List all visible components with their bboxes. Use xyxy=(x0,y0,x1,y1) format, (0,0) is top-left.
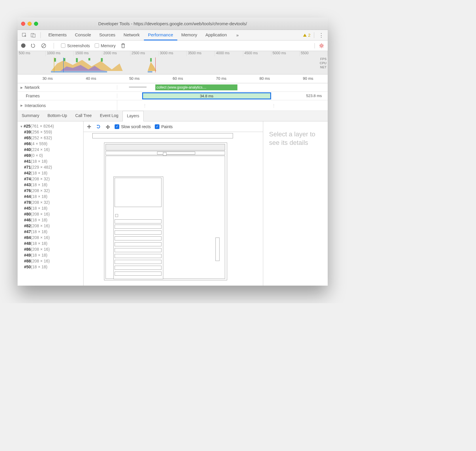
tab-performance[interactable]: Performance xyxy=(144,30,177,40)
layer-item[interactable]: #86(208 × 16) xyxy=(19,246,82,252)
separator xyxy=(54,43,54,49)
layer-item[interactable]: #74(208 × 32) xyxy=(19,176,82,182)
clear-button[interactable] xyxy=(41,43,47,49)
pan-icon[interactable] xyxy=(86,124,92,129)
layer-item[interactable]: #42(18 × 18) xyxy=(19,170,82,176)
layer-item[interactable]: #25(761 × 8264) xyxy=(19,123,82,129)
more-tabs-button[interactable]: » xyxy=(232,30,243,40)
window-title: Developer Tools - https://developers.goo… xyxy=(18,21,328,26)
layer-item[interactable]: #65(252 × 632) xyxy=(19,135,82,141)
reload-button[interactable] xyxy=(30,43,36,49)
performance-controls: Screenshots Memory xyxy=(18,40,328,51)
overview-chart xyxy=(32,57,313,72)
slow-scroll-checkbox[interactable]: ✓Slow scroll rects xyxy=(115,124,151,129)
overview-tick: 2000 ms xyxy=(102,51,130,56)
layer-item[interactable]: #43(18 × 18) xyxy=(19,182,82,188)
rotate-icon[interactable] xyxy=(96,124,101,129)
svg-line-12 xyxy=(320,47,321,47)
tab-memory[interactable]: Memory xyxy=(177,30,201,40)
record-button[interactable] xyxy=(21,43,25,48)
svg-rect-16 xyxy=(54,58,56,62)
layer-item[interactable]: #46(18 × 18) xyxy=(19,217,82,223)
layer-details-placeholder: Select a layer to see its details xyxy=(263,121,328,286)
layer-item[interactable]: #41(18 × 18) xyxy=(19,158,82,164)
screenshots-checkbox[interactable]: Screenshots xyxy=(61,43,90,48)
overview-tick: 500 ms xyxy=(18,51,46,56)
subtab-layers[interactable]: Layers xyxy=(123,111,144,121)
tab-sources[interactable]: Sources xyxy=(95,30,120,40)
svg-rect-19 xyxy=(89,58,90,60)
tab-network[interactable]: Network xyxy=(120,30,144,40)
layer-item[interactable]: #48(18 × 18) xyxy=(19,240,82,246)
layer-item[interactable]: #88(208 × 16) xyxy=(19,258,82,264)
layer-item[interactable]: #50(18 × 18) xyxy=(19,264,82,270)
timeline-tick: 40 ms xyxy=(86,76,96,81)
interactions-track[interactable]: ▶Interactions ⋮ ⋮ xyxy=(18,100,328,111)
warnings-badge[interactable]: 2 xyxy=(303,33,310,38)
subtab-bottom-up[interactable]: Bottom-Up xyxy=(43,111,71,121)
network-track[interactable]: ▶Network collect (www.google-analytics..… xyxy=(18,83,328,92)
inspect-icon[interactable] xyxy=(21,31,28,39)
svg-rect-14 xyxy=(51,71,107,72)
device-toggle-icon[interactable] xyxy=(29,31,37,39)
separator xyxy=(314,32,314,38)
svg-rect-2 xyxy=(33,34,35,37)
layer-item[interactable]: #66(4 × 559) xyxy=(19,141,82,147)
subtab-summary[interactable]: Summary xyxy=(18,111,43,121)
layers-3d-view[interactable] xyxy=(84,132,263,286)
layer-item[interactable]: #49(18 × 18) xyxy=(19,252,82,258)
subtab-event-log[interactable]: Event Log xyxy=(96,111,123,121)
layers-toolbar: ✓Slow scroll rects ✓Paints xyxy=(84,121,263,132)
separator xyxy=(40,32,41,38)
svg-rect-17 xyxy=(63,58,65,61)
layer-item[interactable]: #84(208 × 16) xyxy=(19,235,82,240)
layer-item[interactable]: #71(229 × 482) xyxy=(19,164,82,170)
layer-item[interactable]: #40(224 × 16) xyxy=(19,147,82,152)
svg-rect-18 xyxy=(76,58,78,62)
layers-tree[interactable]: #25(761 × 8264)#39(256 × 559)#65(252 × 6… xyxy=(18,121,84,286)
kebab-menu-icon[interactable]: ⋮ xyxy=(318,32,325,38)
frames-track[interactable]: Frames 34.8 ms 523.8 ms xyxy=(18,92,328,100)
overview-tick: 2500 ms xyxy=(130,51,159,56)
layer-item[interactable]: #80(208 × 16) xyxy=(19,211,82,217)
layers-panel: #25(761 × 8264)#39(256 × 559)#65(252 × 6… xyxy=(18,121,328,286)
svg-rect-15 xyxy=(148,71,152,72)
layer-item[interactable]: #76(208 × 32) xyxy=(19,188,82,194)
traffic-lights xyxy=(21,22,38,26)
paints-checkbox[interactable]: ✓Paints xyxy=(155,124,173,129)
tab-application[interactable]: Application xyxy=(201,30,231,40)
settings-gear-icon[interactable] xyxy=(314,43,324,48)
frame-bar[interactable]: 34.8 ms xyxy=(142,92,271,99)
layers-viewport: ✓Slow scroll rects ✓Paints xyxy=(84,121,263,286)
minimize-window-button[interactable] xyxy=(28,22,32,26)
trash-icon[interactable] xyxy=(120,43,126,49)
layer-item[interactable]: #78(208 × 32) xyxy=(19,199,82,205)
overview-tick: 5000 ms xyxy=(271,51,300,56)
svg-line-11 xyxy=(323,47,323,47)
timeline-tick: 60 ms xyxy=(173,76,183,81)
memory-checkbox[interactable]: Memory xyxy=(95,43,116,48)
layer-item[interactable]: #47(18 × 18) xyxy=(19,229,82,235)
tab-elements[interactable]: Elements xyxy=(44,30,71,40)
layer-item[interactable]: #45(18 × 18) xyxy=(19,205,82,211)
svg-line-13 xyxy=(323,44,323,45)
timeline-tick: 30 ms xyxy=(42,76,53,81)
layer-item[interactable]: #69(0 × 0) xyxy=(19,152,82,158)
overview-panel[interactable]: 500 ms1000 ms1500 ms2000 ms2500 ms3000 m… xyxy=(18,51,328,74)
subtab-call-tree[interactable]: Call Tree xyxy=(71,111,96,121)
network-request-bar[interactable]: collect (www.google-analytics.... xyxy=(155,84,237,90)
layer-item[interactable]: #82(208 × 16) xyxy=(19,223,82,229)
svg-line-10 xyxy=(320,44,321,45)
zoom-window-button[interactable] xyxy=(34,22,38,26)
frame-overflow-value: 523.8 ms xyxy=(306,94,322,98)
layer-item[interactable]: #44(18 × 18) xyxy=(19,194,82,199)
overview-tick: 3500 ms xyxy=(187,51,215,56)
tab-console[interactable]: Console xyxy=(71,30,95,40)
timeline-ruler[interactable]: 30 ms40 ms50 ms60 ms70 ms80 ms90 ms xyxy=(18,74,328,83)
overview-tick: 1500 ms xyxy=(74,51,102,56)
svg-rect-21 xyxy=(150,58,152,62)
layer-item[interactable]: #39(256 × 559) xyxy=(19,129,82,135)
close-window-button[interactable] xyxy=(21,22,25,26)
reset-icon[interactable] xyxy=(105,124,110,129)
overview-tick: 4500 ms xyxy=(243,51,271,56)
